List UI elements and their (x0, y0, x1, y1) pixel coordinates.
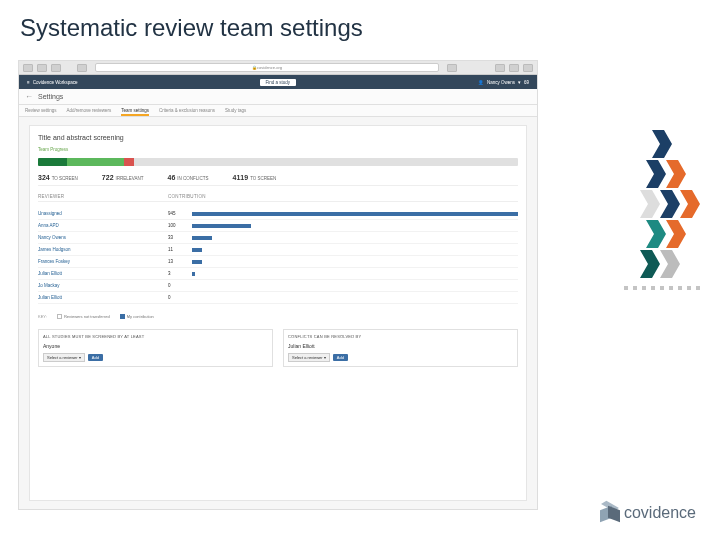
table-row: Nancy Owens33 (38, 232, 518, 244)
reviewer-name[interactable]: Nancy Owens (38, 235, 168, 240)
legend-caption: KEY: (38, 314, 47, 319)
app-body: Title and abstract screening Team Progre… (19, 117, 537, 509)
search-pill[interactable]: Find a study (260, 79, 297, 86)
app-header: ≡ Covidence Workspace Find a study 👤 Nan… (19, 75, 537, 89)
contribution-bar (192, 296, 518, 300)
decorative-dots (624, 286, 700, 290)
browser-reader-button[interactable] (51, 64, 61, 72)
progress-seg-conflict (124, 158, 134, 166)
contribution-bar (192, 236, 518, 240)
policy-left-add-button[interactable]: Add (88, 354, 103, 361)
reviewer-name[interactable]: Frances Foskey (38, 259, 168, 264)
tab-add-remove[interactable]: Add/remove reviewers (67, 108, 112, 113)
progress-seg-included (38, 158, 67, 166)
table-row: Anna APD100 (38, 220, 518, 232)
settings-tabs: Review settings Add/remove reviewers Tea… (19, 105, 537, 117)
reviewer-name[interactable]: Julian Elliott (38, 271, 168, 276)
legend-item-2: My contribution (127, 314, 154, 319)
browser-back-button[interactable] (23, 64, 33, 72)
table-row: Jo Mackay0 (38, 280, 518, 292)
col-contribution: CONTRIBUTION (168, 194, 518, 199)
progress-label: Team Progress (38, 147, 518, 152)
contribution-bar (192, 260, 518, 264)
browser-forward-button[interactable] (37, 64, 47, 72)
count-3-label: TO SCREEN (250, 176, 276, 181)
refresh-icon[interactable] (447, 64, 457, 72)
policy-screened-by: ALL STUDIES MUST BE SCREENED BY AT LEAST… (38, 329, 273, 367)
legend-item-1: Reviewers not transferred (64, 314, 110, 319)
reviewer-name[interactable]: Jo Mackay (38, 283, 168, 288)
footer-brand: covidence (600, 504, 696, 522)
back-button[interactable]: ← (25, 92, 33, 101)
contribution-bar (192, 248, 518, 252)
reviewer-count: 33 (168, 235, 192, 240)
url-text: covidence.org (257, 65, 282, 70)
count-0-label: TO SCREEN (52, 176, 78, 181)
policy-left-select[interactable]: Select a reviewer ▾ (43, 353, 85, 362)
progress-bar (38, 158, 518, 166)
contribution-bar (192, 272, 518, 276)
contribution-bar (192, 284, 518, 288)
user-name[interactable]: Nancy Owens (487, 80, 515, 85)
screening-panel: Title and abstract screening Team Progre… (29, 125, 527, 501)
table-row: Julian Elliott0 (38, 292, 518, 304)
policy-left-value: Anyone (43, 342, 268, 350)
table-head: REVIEWER CONTRIBUTION (38, 192, 518, 202)
tab-study-tags[interactable]: Study tags (225, 108, 246, 113)
table-row: Frances Foskey13 (38, 256, 518, 268)
tab-criteria[interactable]: Criteria & exclusion reasons (159, 108, 215, 113)
page-title: Settings (38, 93, 63, 100)
reviewer-count: 100 (168, 223, 192, 228)
reviewer-name[interactable]: Anna APD (38, 223, 168, 228)
reviewer-name[interactable]: Unassigned (38, 211, 168, 216)
app-screenshot: 🔒 covidence.org ≡ Covidence Workspace Fi… (18, 60, 538, 510)
legend: KEY: Reviewers not transferred My contri… (38, 310, 518, 319)
notification-count[interactable]: 69 (524, 80, 529, 85)
reviewer-count: 945 (168, 211, 192, 216)
share-icon[interactable] (509, 64, 519, 72)
tab-team-settings[interactable]: Team settings (121, 108, 149, 116)
tab-review-settings[interactable]: Review settings (25, 108, 57, 113)
counts-row: 324TO SCREEN 722IRRELEVANT 46IN CONFLICT… (38, 172, 518, 186)
settings-header: ← Settings (19, 89, 537, 105)
reviewer-count: 13 (168, 259, 192, 264)
panel-title: Title and abstract screening (38, 134, 518, 141)
table-row: Julian Elliott3 (38, 268, 518, 280)
count-1-label: IRRELEVANT (116, 176, 144, 181)
decorative-chevrons (652, 130, 700, 278)
policy-left-title: ALL STUDIES MUST BE SCREENED BY AT LEAST (43, 334, 268, 339)
reviewer-table: Unassigned945Anna APD100Nancy Owens33Jam… (38, 208, 518, 304)
cube-icon (600, 504, 618, 522)
policy-right-value: Julian Elliott (288, 342, 513, 350)
shield-icon (77, 64, 87, 72)
workspace-name[interactable]: Covidence Workspace (33, 80, 78, 85)
reviewer-count: 11 (168, 247, 192, 252)
table-row: James Hodgson11 (38, 244, 518, 256)
table-row: Unassigned945 (38, 208, 518, 220)
policy-right-title: CONFLICTS CAN BE RESOLVED BY (288, 334, 513, 339)
download-icon[interactable] (495, 64, 505, 72)
count-0-num: 324 (38, 174, 50, 181)
browser-chrome: 🔒 covidence.org (19, 61, 537, 75)
user-icon: 👤 (478, 80, 484, 85)
brand-text: covidence (624, 504, 696, 522)
reviewer-name[interactable]: James Hodgson (38, 247, 168, 252)
reviewer-count: 0 (168, 295, 192, 300)
url-bar[interactable]: 🔒 covidence.org (95, 63, 439, 72)
contribution-bar (192, 212, 518, 216)
tabs-icon[interactable] (523, 64, 533, 72)
policy-right-select[interactable]: Select a reviewer ▾ (288, 353, 330, 362)
col-reviewer: REVIEWER (38, 194, 168, 199)
reviewer-name[interactable]: Julian Elliott (38, 295, 168, 300)
policy-right-add-button[interactable]: Add (333, 354, 348, 361)
count-1-num: 722 (102, 174, 114, 181)
count-2-num: 46 (167, 174, 175, 181)
policies: ALL STUDIES MUST BE SCREENED BY AT LEAST… (38, 329, 518, 367)
hamburger-icon[interactable]: ≡ (27, 80, 30, 85)
count-3-num: 4119 (233, 174, 249, 181)
policy-conflicts: CONFLICTS CAN BE RESOLVED BY Julian Elli… (283, 329, 518, 367)
count-2-label: IN CONFLICTS (177, 176, 208, 181)
slide-title: Systematic review team settings (0, 0, 720, 52)
contribution-bar (192, 224, 518, 228)
progress-seg-remaining (134, 158, 518, 166)
